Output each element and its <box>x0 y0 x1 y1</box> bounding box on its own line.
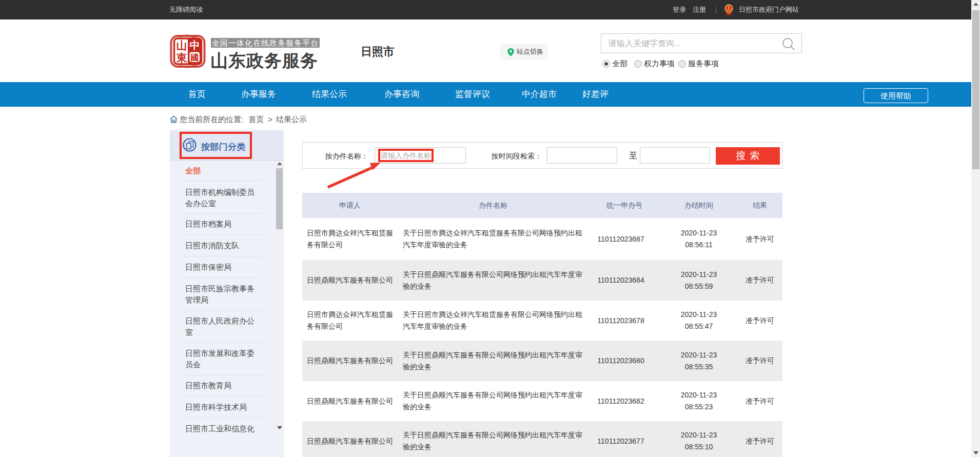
svg-text:中: 中 <box>190 39 200 51</box>
svg-text:東: 東 <box>176 52 188 64</box>
svg-text:山: 山 <box>177 39 187 51</box>
svg-text:國: 國 <box>191 53 199 62</box>
